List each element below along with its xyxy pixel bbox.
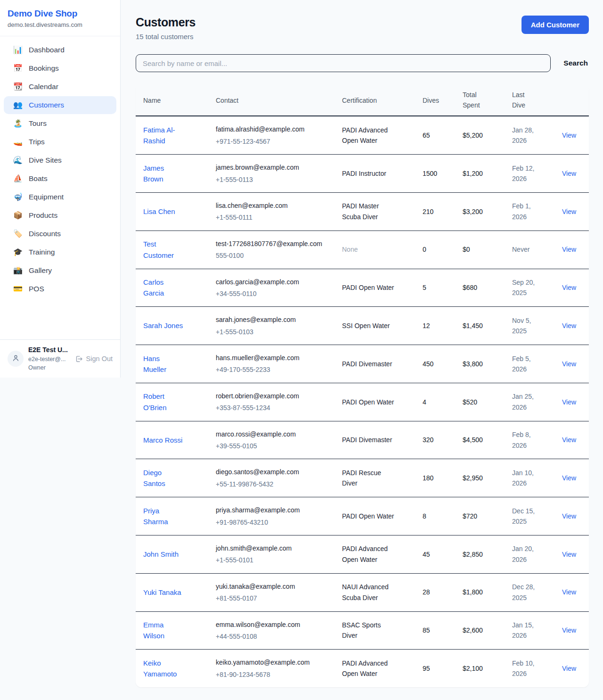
customer-dives: 0 xyxy=(415,231,455,269)
customer-last-dive: Dec 28, 2025 xyxy=(512,582,540,603)
tear-off-calendar-icon: 📆 xyxy=(13,83,23,91)
sidebar-item-bookings[interactable]: 📅 Bookings xyxy=(4,59,116,77)
view-link[interactable]: View xyxy=(562,132,576,139)
speedboat-icon: 🚤 xyxy=(13,138,23,146)
page-title: Customers xyxy=(136,16,196,29)
column-header-total-spent: Total Spent xyxy=(455,85,505,116)
customer-certification: PADI Rescue Diver xyxy=(342,468,396,489)
customer-name-link[interactable]: Keiko Yamamoto xyxy=(143,658,185,680)
customer-certification: PADI Instructor xyxy=(342,168,386,179)
customer-phone: +34-555-0110 xyxy=(216,288,327,299)
customer-phone: +353-87-555-1234 xyxy=(216,403,327,413)
sidebar-header: Demo Dive Shop demo.test.divestreams.com xyxy=(0,0,120,36)
customer-phone: +81-555-0107 xyxy=(216,593,327,603)
view-link[interactable]: View xyxy=(562,322,576,329)
search-button[interactable]: Search xyxy=(562,57,589,69)
sidebar-item-pos[interactable]: 💳 POS xyxy=(4,280,116,298)
view-link[interactable]: View xyxy=(562,626,576,634)
add-customer-button[interactable]: Add Customer xyxy=(522,16,589,34)
bar-chart-icon: 📊 xyxy=(13,46,23,54)
customer-total-spent: $4,500 xyxy=(455,421,505,459)
customer-dives: 28 xyxy=(415,573,455,611)
sidebar-item-dashboard[interactable]: 📊 Dashboard xyxy=(4,41,116,59)
customer-name-link[interactable]: Hans Mueller xyxy=(143,353,185,375)
table-row: Carlos Garcia carlos.garcia@example.com … xyxy=(136,269,589,307)
customer-name-link[interactable]: Marco Rossi xyxy=(143,435,182,445)
customer-dives: 8 xyxy=(415,497,455,535)
customer-name-link[interactable]: Test Customer xyxy=(143,239,185,261)
customer-total-spent: $2,600 xyxy=(455,611,505,650)
customer-name-link[interactable]: John Smith xyxy=(143,549,179,560)
table-row: Sarah Jones sarah.jones@example.com +1-5… xyxy=(136,307,589,345)
customer-phone: +1-555-0101 xyxy=(216,555,327,565)
avatar xyxy=(8,351,24,367)
user-role: Owner xyxy=(28,364,68,371)
sidebar-item-tours[interactable]: 🏝️ Tours xyxy=(4,115,116,132)
customer-email: carlos.garcia@example.com xyxy=(216,277,327,287)
table-row: Hans Mueller hans.mueller@example.com +4… xyxy=(136,345,589,383)
customer-dives: 65 xyxy=(415,116,455,154)
sidebar-item-trips[interactable]: 🚤 Trips xyxy=(4,133,116,151)
view-link[interactable]: View xyxy=(562,208,576,215)
table-header-row: Name Contact Certification Dives Total S… xyxy=(136,85,589,116)
view-link[interactable]: View xyxy=(562,551,576,558)
customer-name-link[interactable]: James Brown xyxy=(143,163,185,185)
sidebar-item-discounts[interactable]: 🏷️ Discounts xyxy=(4,225,116,243)
sidebar-item-equipment[interactable]: 🤿 Equipment xyxy=(4,188,116,206)
table-row: Fatima Al-Rashid fatima.alrashid@example… xyxy=(136,116,589,154)
water-wave-icon: 🌊 xyxy=(13,156,23,164)
customer-email: lisa.chen@example.com xyxy=(216,200,327,211)
customer-phone: +1-555-0113 xyxy=(216,174,327,185)
customer-phone: +971-55-123-4567 xyxy=(216,136,327,147)
view-link[interactable]: View xyxy=(562,588,576,596)
customer-certification: PADI Advanced Open Water xyxy=(342,658,396,679)
customer-email: hans.mueller@example.com xyxy=(216,353,327,363)
sidebar-item-training[interactable]: 🎓 Training xyxy=(4,243,116,261)
customer-dives: 45 xyxy=(415,535,455,573)
customer-name-link[interactable]: Lisa Chen xyxy=(143,206,175,217)
search-bar: Search xyxy=(136,54,589,72)
view-link[interactable]: View xyxy=(562,284,576,291)
column-header-certification: Certification xyxy=(334,85,415,116)
shop-name[interactable]: Demo Dive Shop xyxy=(8,8,113,19)
customer-name-link[interactable]: Diego Santos xyxy=(143,467,185,489)
customer-name-link[interactable]: Carlos Garcia xyxy=(143,277,185,299)
customer-dives: 320 xyxy=(415,421,455,459)
view-link[interactable]: View xyxy=(562,170,576,177)
sidebar-item-customers[interactable]: 👥 Customers xyxy=(4,96,116,114)
customer-certification: PADI Open Water xyxy=(342,397,394,407)
customer-email: sarah.jones@example.com xyxy=(216,314,327,325)
sidebar-item-dive-sites[interactable]: 🌊 Dive Sites xyxy=(4,151,116,169)
view-link[interactable]: View xyxy=(562,360,576,368)
search-input[interactable] xyxy=(136,54,551,72)
credit-card-icon: 💳 xyxy=(13,285,23,293)
customer-dives: 180 xyxy=(415,459,455,497)
customer-total-spent: $2,100 xyxy=(455,650,505,687)
customer-name-link[interactable]: Yuki Tanaka xyxy=(143,587,181,598)
sidebar-item-boats[interactable]: ⛵ Boats xyxy=(4,170,116,188)
customer-total-spent: $5,200 xyxy=(455,116,505,154)
sidebar-item-gallery[interactable]: 📸 Gallery xyxy=(4,262,116,280)
customer-name-link[interactable]: Sarah Jones xyxy=(143,320,183,331)
camera-flash-icon: 📸 xyxy=(13,267,23,274)
customer-name-link[interactable]: Robert O'Brien xyxy=(143,391,185,413)
view-link[interactable]: View xyxy=(562,665,576,672)
customer-last-dive: Nov 5, 2025 xyxy=(512,315,540,337)
customer-name-link[interactable]: Fatima Al-Rashid xyxy=(143,124,185,147)
view-link[interactable]: View xyxy=(562,246,576,253)
customer-name-link[interactable]: Priya Sharma xyxy=(143,505,185,527)
sign-out-icon xyxy=(75,355,83,363)
customer-last-dive: Dec 15, 2025 xyxy=(512,506,540,527)
customer-name-link[interactable]: Emma Wilson xyxy=(143,619,185,642)
customer-phone: +55-11-99876-5432 xyxy=(216,479,327,489)
view-link[interactable]: View xyxy=(562,436,576,444)
view-link[interactable]: View xyxy=(562,512,576,520)
sidebar-item-products[interactable]: 📦 Products xyxy=(4,206,116,224)
customer-total-spent: $3,200 xyxy=(455,192,505,231)
view-link[interactable]: View xyxy=(562,398,576,406)
customer-certification: None xyxy=(342,244,358,255)
sign-out-button[interactable]: Sign Out xyxy=(75,355,113,363)
customers-table: Name Contact Certification Dives Total S… xyxy=(136,85,589,687)
sidebar-item-calendar[interactable]: 📆 Calendar xyxy=(4,78,116,96)
view-link[interactable]: View xyxy=(562,474,576,482)
